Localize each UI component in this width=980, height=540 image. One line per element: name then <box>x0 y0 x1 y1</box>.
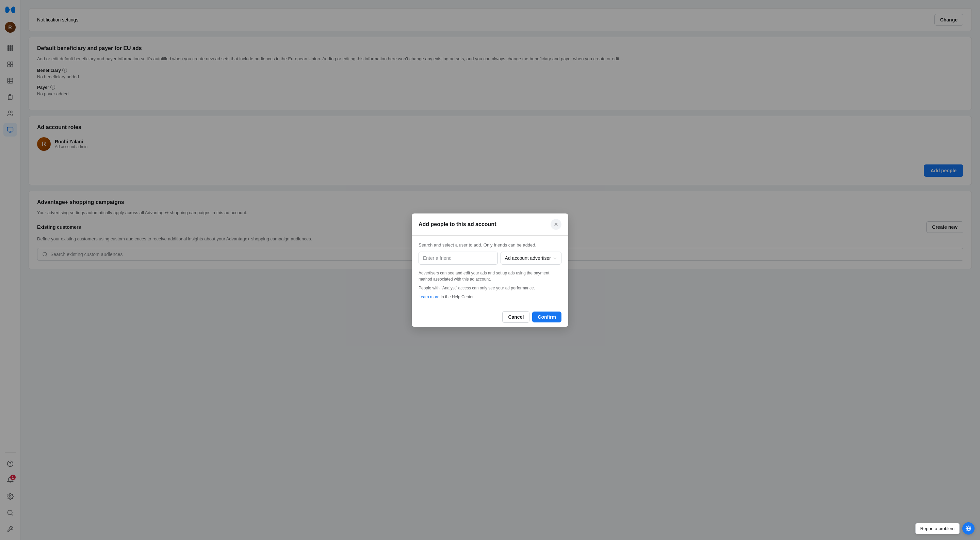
modal-footer: Cancel Confirm <box>412 307 568 327</box>
learn-more-row: Learn more in the Help Center. <box>418 294 562 300</box>
modal-body: Search and select a user to add. Only fr… <box>412 236 568 307</box>
confirm-button[interactable]: Confirm <box>532 312 562 322</box>
modal-title: Add people to this ad account <box>418 221 496 228</box>
add-people-modal: Add people to this ad account Search and… <box>412 213 568 327</box>
learn-more-link[interactable]: Learn more <box>418 295 439 299</box>
report-bar: Report a problem <box>915 522 975 535</box>
modal-input-row: Ad account advertiser <box>418 252 562 264</box>
cancel-button[interactable]: Cancel <box>502 311 530 323</box>
modal-close-button[interactable] <box>550 219 562 230</box>
chevron-down-icon <box>553 256 557 260</box>
modal-desc: Search and select a user to add. Only fr… <box>418 242 562 247</box>
analyst-info-text: People with "Analyst" access can only se… <box>418 285 562 291</box>
modal-overlay[interactable]: Add people to this ad account Search and… <box>0 0 980 540</box>
report-problem-button[interactable]: Report a problem <box>915 523 959 534</box>
close-icon <box>553 221 559 227</box>
globe-icon <box>966 526 972 532</box>
role-select-label: Ad account advertiser <box>505 255 551 261</box>
modal-header: Add people to this ad account <box>412 213 568 236</box>
role-select[interactable]: Ad account advertiser <box>501 252 562 264</box>
help-center-text: in the Help Center. <box>441 295 474 299</box>
advertiser-info-text: Advertisers can see and edit your ads an… <box>418 270 562 282</box>
friend-search-input[interactable] <box>418 252 498 264</box>
globe-icon-button[interactable] <box>962 522 975 535</box>
